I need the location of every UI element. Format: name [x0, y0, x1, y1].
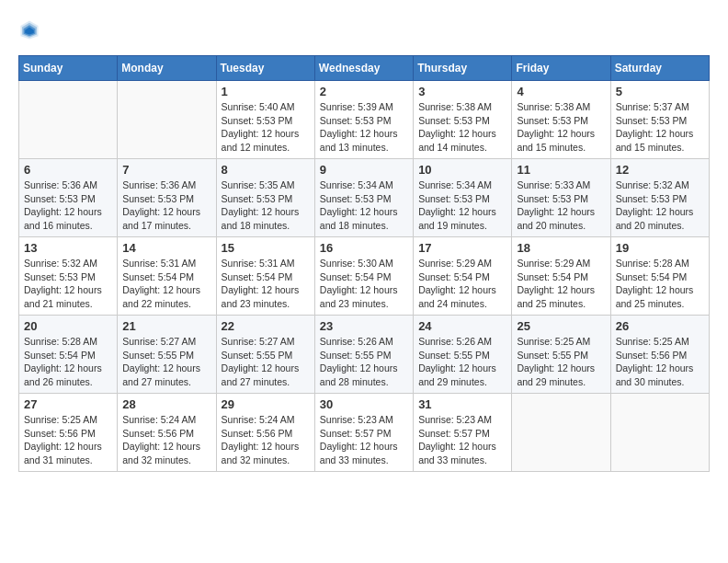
- day-info: Sunrise: 5:26 AMSunset: 5:55 PMDaylight:…: [320, 335, 408, 389]
- day-info: Sunrise: 5:30 AMSunset: 5:54 PMDaylight:…: [320, 257, 408, 311]
- day-number: 21: [122, 319, 210, 333]
- day-info: Sunrise: 5:40 AMSunset: 5:53 PMDaylight:…: [222, 100, 310, 155]
- calendar-day-cell: [19, 81, 118, 159]
- day-info: Sunrise: 5:37 AMSunset: 5:53 PMDaylight:…: [616, 100, 704, 155]
- day-number: 17: [418, 241, 506, 255]
- calendar-day-cell: 7Sunrise: 5:36 AMSunset: 5:53 PMDaylight…: [118, 159, 216, 237]
- calendar-day-cell: 1Sunrise: 5:40 AMSunset: 5:53 PMDaylight…: [216, 81, 314, 159]
- calendar-header: SundayMondayTuesdayWednesdayThursdayFrid…: [19, 56, 710, 81]
- calendar-day-cell: 8Sunrise: 5:35 AMSunset: 5:53 PMDaylight…: [216, 159, 314, 237]
- day-number: 31: [418, 397, 506, 411]
- day-info: Sunrise: 5:31 AMSunset: 5:54 PMDaylight:…: [122, 257, 210, 311]
- day-number: 28: [122, 397, 210, 411]
- day-number: 29: [222, 397, 310, 411]
- day-info: Sunrise: 5:26 AMSunset: 5:55 PMDaylight:…: [418, 335, 506, 389]
- day-number: 15: [222, 241, 310, 255]
- calendar-day-cell: 23Sunrise: 5:26 AMSunset: 5:55 PMDayligh…: [314, 316, 413, 394]
- page-header: [18, 18, 710, 40]
- day-number: 25: [517, 319, 605, 333]
- day-info: Sunrise: 5:27 AMSunset: 5:55 PMDaylight:…: [222, 335, 310, 389]
- calendar-day-cell: 3Sunrise: 5:38 AMSunset: 5:53 PMDaylight…: [414, 81, 512, 159]
- calendar-day-cell: 21Sunrise: 5:27 AMSunset: 5:55 PMDayligh…: [118, 316, 216, 394]
- day-number: 14: [122, 241, 210, 255]
- day-info: Sunrise: 5:25 AMSunset: 5:56 PMDaylight:…: [24, 413, 112, 467]
- calendar-week-row: 20Sunrise: 5:28 AMSunset: 5:54 PMDayligh…: [19, 316, 710, 394]
- day-number: 2: [320, 85, 408, 98]
- day-info: Sunrise: 5:24 AMSunset: 5:56 PMDaylight:…: [122, 413, 210, 467]
- day-of-week-header: Tuesday: [216, 56, 314, 81]
- day-info: Sunrise: 5:31 AMSunset: 5:54 PMDaylight:…: [222, 257, 310, 311]
- calendar-day-cell: 27Sunrise: 5:25 AMSunset: 5:56 PMDayligh…: [19, 394, 118, 472]
- day-info: Sunrise: 5:34 AMSunset: 5:53 PMDaylight:…: [320, 178, 408, 233]
- calendar-day-cell: [118, 81, 216, 159]
- calendar-day-cell: 10Sunrise: 5:34 AMSunset: 5:53 PMDayligh…: [414, 159, 512, 237]
- calendar-day-cell: 24Sunrise: 5:26 AMSunset: 5:55 PMDayligh…: [414, 316, 512, 394]
- day-number: 13: [24, 241, 112, 255]
- day-number: 12: [616, 163, 704, 177]
- day-number: 16: [320, 241, 408, 255]
- calendar-day-cell: [610, 394, 709, 472]
- day-of-week-header: Friday: [512, 56, 610, 81]
- day-of-week-header: Monday: [118, 56, 216, 81]
- day-info: Sunrise: 5:27 AMSunset: 5:55 PMDaylight:…: [122, 335, 210, 389]
- calendar-week-row: 6Sunrise: 5:36 AMSunset: 5:53 PMDaylight…: [19, 159, 710, 237]
- calendar-day-cell: 17Sunrise: 5:29 AMSunset: 5:54 PMDayligh…: [414, 237, 512, 316]
- calendar-week-row: 27Sunrise: 5:25 AMSunset: 5:56 PMDayligh…: [19, 394, 710, 472]
- day-info: Sunrise: 5:25 AMSunset: 5:56 PMDaylight:…: [616, 335, 704, 389]
- calendar-day-cell: 11Sunrise: 5:33 AMSunset: 5:53 PMDayligh…: [512, 159, 610, 237]
- day-of-week-header: Sunday: [19, 56, 118, 81]
- calendar-day-cell: 20Sunrise: 5:28 AMSunset: 5:54 PMDayligh…: [19, 316, 118, 394]
- day-info: Sunrise: 5:23 AMSunset: 5:57 PMDaylight:…: [418, 413, 506, 467]
- calendar-day-cell: 28Sunrise: 5:24 AMSunset: 5:56 PMDayligh…: [118, 394, 216, 472]
- day-number: 20: [24, 319, 112, 333]
- logo: [18, 18, 42, 40]
- calendar-body: 1Sunrise: 5:40 AMSunset: 5:53 PMDaylight…: [19, 81, 710, 472]
- day-number: 11: [517, 163, 605, 177]
- day-number: 22: [222, 319, 310, 333]
- day-info: Sunrise: 5:29 AMSunset: 5:54 PMDaylight:…: [418, 257, 506, 311]
- day-number: 18: [517, 241, 605, 255]
- day-info: Sunrise: 5:25 AMSunset: 5:55 PMDaylight:…: [517, 335, 605, 389]
- calendar-day-cell: 6Sunrise: 5:36 AMSunset: 5:53 PMDaylight…: [19, 159, 118, 237]
- calendar-day-cell: 19Sunrise: 5:28 AMSunset: 5:54 PMDayligh…: [610, 237, 709, 316]
- calendar-day-cell: 16Sunrise: 5:30 AMSunset: 5:54 PMDayligh…: [314, 237, 413, 316]
- day-number: 5: [616, 85, 704, 98]
- day-info: Sunrise: 5:35 AMSunset: 5:53 PMDaylight:…: [222, 178, 310, 233]
- day-of-week-header: Wednesday: [314, 56, 413, 81]
- day-info: Sunrise: 5:38 AMSunset: 5:53 PMDaylight:…: [418, 100, 506, 155]
- calendar-day-cell: 13Sunrise: 5:32 AMSunset: 5:53 PMDayligh…: [19, 237, 118, 316]
- calendar-day-cell: 4Sunrise: 5:38 AMSunset: 5:53 PMDaylight…: [512, 81, 610, 159]
- day-number: 10: [418, 163, 506, 177]
- day-info: Sunrise: 5:38 AMSunset: 5:53 PMDaylight:…: [517, 100, 605, 155]
- calendar-day-cell: 2Sunrise: 5:39 AMSunset: 5:53 PMDaylight…: [314, 81, 413, 159]
- day-number: 1: [222, 85, 310, 98]
- day-info: Sunrise: 5:23 AMSunset: 5:57 PMDaylight:…: [320, 413, 408, 467]
- calendar-week-row: 1Sunrise: 5:40 AMSunset: 5:53 PMDaylight…: [19, 81, 710, 159]
- day-number: 7: [122, 163, 210, 177]
- calendar-week-row: 13Sunrise: 5:32 AMSunset: 5:53 PMDayligh…: [19, 237, 710, 316]
- day-info: Sunrise: 5:36 AMSunset: 5:53 PMDaylight:…: [24, 178, 112, 233]
- day-info: Sunrise: 5:32 AMSunset: 5:53 PMDaylight:…: [24, 257, 112, 311]
- day-number: 3: [418, 85, 506, 98]
- day-number: 6: [24, 163, 112, 177]
- calendar-day-cell: 29Sunrise: 5:24 AMSunset: 5:56 PMDayligh…: [216, 394, 314, 472]
- day-info: Sunrise: 5:28 AMSunset: 5:54 PMDaylight:…: [616, 257, 704, 311]
- day-info: Sunrise: 5:39 AMSunset: 5:53 PMDaylight:…: [320, 100, 408, 155]
- day-of-week-header: Thursday: [414, 56, 512, 81]
- calendar-day-cell: 25Sunrise: 5:25 AMSunset: 5:55 PMDayligh…: [512, 316, 610, 394]
- calendar-day-cell: 30Sunrise: 5:23 AMSunset: 5:57 PMDayligh…: [314, 394, 413, 472]
- day-number: 4: [517, 85, 605, 98]
- day-number: 30: [320, 397, 408, 411]
- calendar-day-cell: 12Sunrise: 5:32 AMSunset: 5:53 PMDayligh…: [610, 159, 709, 237]
- calendar-day-cell: 5Sunrise: 5:37 AMSunset: 5:53 PMDaylight…: [610, 81, 709, 159]
- day-number: 26: [616, 319, 704, 333]
- calendar-day-cell: 9Sunrise: 5:34 AMSunset: 5:53 PMDaylight…: [314, 159, 413, 237]
- day-info: Sunrise: 5:36 AMSunset: 5:53 PMDaylight:…: [122, 178, 210, 233]
- day-number: 24: [418, 319, 506, 333]
- day-info: Sunrise: 5:33 AMSunset: 5:53 PMDaylight:…: [517, 178, 605, 233]
- day-number: 8: [222, 163, 310, 177]
- day-of-week-header: Saturday: [610, 56, 709, 81]
- logo-icon: [18, 18, 40, 40]
- day-info: Sunrise: 5:34 AMSunset: 5:53 PMDaylight:…: [418, 178, 506, 233]
- calendar-day-cell: 18Sunrise: 5:29 AMSunset: 5:54 PMDayligh…: [512, 237, 610, 316]
